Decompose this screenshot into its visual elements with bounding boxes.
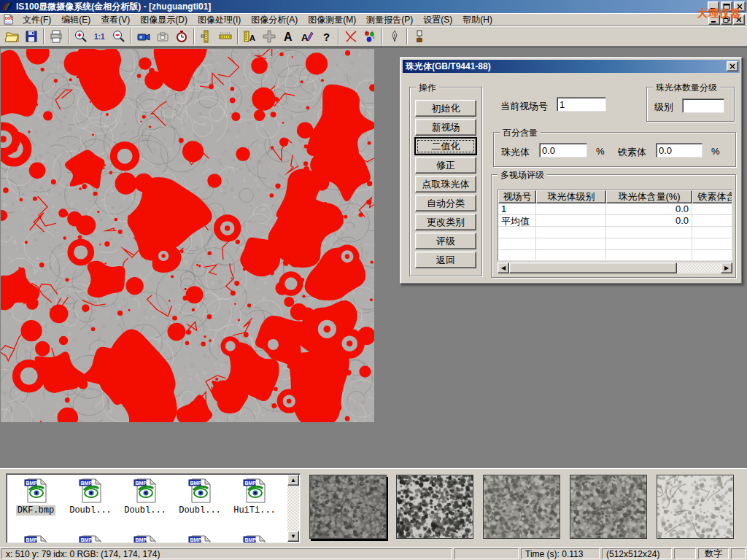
scroll-track[interactable]	[677, 262, 721, 273]
pearlite-percent-input[interactable]	[539, 143, 587, 158]
menu-item-5[interactable]: 图像分析(A)	[246, 14, 303, 26]
thumbnail-2[interactable]	[483, 475, 560, 539]
file-item-2[interactable]: BMPDoubl...	[119, 477, 171, 516]
status-empty-pane-2	[674, 548, 696, 559]
measure-text-icon: A	[243, 29, 258, 44]
menu-item-2[interactable]: 查看(V)	[96, 14, 135, 26]
document-system-icon[interactable]: DOC	[3, 14, 15, 25]
pan-cross-button[interactable]	[260, 28, 279, 45]
op-button-2[interactable]: 二值化	[415, 138, 476, 155]
table-cell	[536, 238, 606, 249]
table-cell	[536, 215, 606, 226]
zoom-in-button[interactable]	[71, 28, 90, 45]
table-col-header-3[interactable]: 铁素体含量(%)	[692, 190, 732, 203]
table-row-3[interactable]	[498, 238, 732, 250]
file-item-row2-4[interactable]: BMP	[228, 534, 281, 543]
text-a-button[interactable]: A	[279, 28, 298, 45]
menu-item-1[interactable]: 编辑(E)	[56, 14, 96, 26]
op-button-1[interactable]: 新视场	[415, 119, 476, 136]
curve-tool-button[interactable]	[341, 28, 360, 45]
file-scrollbar[interactable]: ▲ ▼	[287, 475, 299, 542]
table-col-header-0[interactable]: 视场号	[498, 190, 536, 203]
toolbar-separator	[68, 28, 69, 44]
scroll-left-button[interactable]: ◀	[498, 262, 509, 273]
thumbnail-0[interactable]	[309, 475, 387, 539]
menu-item-4[interactable]: 图像处理(I)	[193, 14, 246, 26]
file-item-row2-1[interactable]: BMP	[64, 534, 117, 543]
menu-item-6[interactable]: 图像测量(M)	[303, 14, 361, 26]
ferrite-percent-input[interactable]	[656, 143, 703, 158]
scroll-thumb[interactable]	[509, 262, 677, 273]
table-col-header-2[interactable]: 珠光体含量(%)	[606, 190, 692, 203]
pen-tool-button[interactable]	[385, 28, 404, 45]
table-row-4[interactable]	[498, 250, 732, 261]
camera-capture-button[interactable]	[153, 28, 172, 45]
status-empty-pane	[454, 548, 519, 559]
scroll-right-button[interactable]: ▶	[721, 262, 732, 273]
file-name[interactable]: Doubl...	[68, 505, 113, 516]
thumbnail-4[interactable]	[657, 475, 734, 539]
toolbar-separator	[131, 28, 132, 44]
op-button-4[interactable]: 点取珠光体	[415, 176, 476, 192]
print-button[interactable]	[47, 28, 66, 45]
file-name[interactable]: HuiTi...	[232, 505, 277, 516]
file-scroll-down-button[interactable]: ▼	[287, 531, 299, 542]
menu-item-8[interactable]: 设置(S)	[418, 14, 457, 26]
menu-item-3[interactable]: 图像显示(D)	[135, 14, 193, 26]
open-file-button[interactable]	[3, 28, 22, 45]
metallograph-image[interactable]	[1, 49, 374, 422]
brush-tool-button[interactable]	[410, 28, 429, 45]
table-cell: 0.0	[606, 203, 692, 214]
menu-items: 文件(F)编辑(E)查看(V)图像显示(D)图像处理(I)图像分析(A)图像测量…	[18, 14, 498, 26]
file-name[interactable]: DKF.bmp	[16, 505, 55, 516]
file-item-0[interactable]: BMPDKF.bmp	[9, 477, 62, 516]
svg-text:1:1: 1:1	[94, 33, 105, 41]
table-col-header-1[interactable]: 珠光体级别	[536, 190, 606, 203]
zoom-out-button[interactable]	[109, 28, 128, 45]
op-button-6[interactable]: 更改类别	[415, 214, 476, 230]
file-item-row2-3[interactable]: BMP	[174, 534, 226, 543]
op-button-8[interactable]: 返回	[415, 252, 476, 268]
file-item-3[interactable]: BMPDoubl...	[174, 477, 226, 516]
dialog-close-button[interactable]	[727, 61, 738, 71]
op-button-3[interactable]: 修正	[415, 157, 476, 174]
video-camera-button[interactable]	[134, 28, 153, 45]
dialog-title-bar[interactable]: 珠光体(GB/T9441-88)	[403, 60, 740, 73]
operation-buttons: 初始化新视场二值化修正点取珠光体自动分类更改类别评级返回	[410, 88, 481, 268]
file-scroll-up-button[interactable]: ▲	[287, 475, 299, 486]
table-row-1[interactable]: 平均值0.0	[498, 215, 732, 227]
table-row-2[interactable]	[498, 227, 732, 238]
rating-table[interactable]: 视场号珠光体级别珠光体含量(%)铁素体含量(%) 10.0平均值0.0	[498, 190, 732, 261]
file-item-4[interactable]: BMPHuiTi...	[228, 477, 281, 516]
file-item-1[interactable]: BMPDoubl...	[64, 477, 117, 516]
table-horizontal-scrollbar[interactable]: ◀ ▶	[498, 262, 732, 273]
table-cell	[692, 238, 732, 249]
op-button-0[interactable]: 初始化	[415, 100, 476, 117]
classify-dots-button[interactable]: 123	[360, 28, 379, 45]
table-row-0[interactable]: 10.0	[498, 203, 732, 215]
op-button-7[interactable]: 评级	[415, 233, 476, 249]
menu-item-0[interactable]: 文件(F)	[18, 14, 56, 26]
horizontal-ruler-button[interactable]	[216, 28, 235, 45]
annotate-button[interactable]: A	[298, 28, 317, 45]
op-button-5[interactable]: 自动分类	[415, 195, 476, 211]
thumbnail-3[interactable]	[570, 475, 647, 539]
menu-item-7[interactable]: 测量报告(P)	[361, 14, 418, 26]
timer-button[interactable]	[172, 28, 191, 45]
vertical-caliper-button[interactable]	[197, 28, 216, 45]
status-coordinates: x: 510 y: 79 idx: 0 RGB: (174, 174, 174)	[1, 548, 452, 559]
file-item-row2-2[interactable]: BMP	[119, 534, 171, 543]
thumbnail-1[interactable]	[396, 475, 473, 539]
save-button[interactable]	[22, 28, 41, 45]
grade-input[interactable]	[682, 98, 724, 113]
file-browser[interactable]: BMPDKF.bmpBMPDoubl...BMPDoubl...BMPDoubl…	[6, 473, 301, 543]
menu-item-9[interactable]: 帮助(H)	[457, 14, 498, 26]
file-item-row2-0[interactable]: BMP	[9, 534, 62, 543]
file-name[interactable]: Doubl...	[177, 505, 222, 516]
help-button[interactable]: ?	[317, 28, 336, 45]
current-field-input[interactable]	[557, 97, 606, 112]
measure-text-button[interactable]: A	[241, 28, 260, 45]
actual-size-button[interactable]: 1:1	[90, 28, 109, 45]
file-name[interactable]: Doubl...	[123, 505, 168, 516]
svg-text:A: A	[284, 31, 293, 43]
